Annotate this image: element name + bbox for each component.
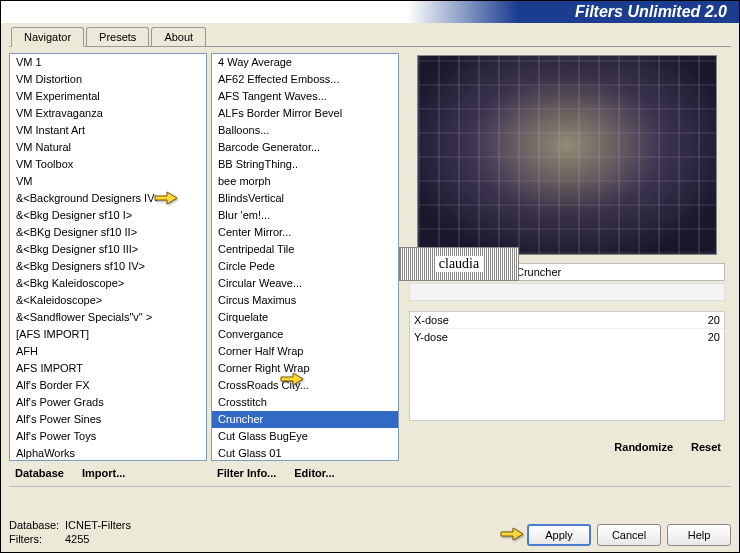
category-listbox[interactable]: VM 1VM DistortionVM ExperimentalVM Extra… xyxy=(9,53,207,461)
category-item[interactable]: Alf's Power Sines xyxy=(10,411,206,428)
watermark-text: claudia xyxy=(435,256,483,272)
import-button[interactable]: Import... xyxy=(76,465,131,481)
reset-button[interactable]: Reset xyxy=(685,439,727,455)
tab-presets[interactable]: Presets xyxy=(86,27,149,46)
filter-item[interactable]: Blur 'em!... xyxy=(212,207,398,224)
filter-item[interactable]: Balloons... xyxy=(212,122,398,139)
randomize-button[interactable]: Randomize xyxy=(608,439,679,455)
param-name: Y-dose xyxy=(414,331,448,343)
category-item[interactable]: AlphaWorks xyxy=(10,445,206,461)
filters-count-value: 4255 xyxy=(65,533,89,545)
filter-item[interactable]: AF62 Effected Emboss... xyxy=(212,71,398,88)
category-item[interactable]: [AFS IMPORT] xyxy=(10,326,206,343)
category-item[interactable]: &<Bkg Kaleidoscope> xyxy=(10,275,206,292)
filter-item[interactable]: Corner Half Wrap xyxy=(212,343,398,360)
filter-item[interactable]: AFS Tangent Waves... xyxy=(212,88,398,105)
filter-item[interactable]: Cut Glass 01 xyxy=(212,445,398,461)
database-button[interactable]: Database xyxy=(9,465,70,481)
category-item[interactable]: &<Bkg Designers sf10 IV> xyxy=(10,258,206,275)
filter-item[interactable]: BlindsVertical xyxy=(212,190,398,207)
category-item[interactable]: VM Toolbox xyxy=(10,156,206,173)
filter-item[interactable]: CrossRoads City... xyxy=(212,377,398,394)
dialog-buttons: Apply Cancel Help xyxy=(527,524,731,546)
filter-item[interactable]: BB StringThing.. xyxy=(212,156,398,173)
category-item[interactable]: AFS IMPORT xyxy=(10,360,206,377)
db-value: ICNET-Filters xyxy=(65,519,131,531)
category-item[interactable]: AFH xyxy=(10,343,206,360)
filter-item[interactable]: Centripedal Tile xyxy=(212,241,398,258)
category-column: VM 1VM DistortionVM ExperimentalVM Extra… xyxy=(9,53,207,484)
editor-button[interactable]: Editor... xyxy=(288,465,340,481)
param-name: X-dose xyxy=(414,314,449,326)
db-label: Database: xyxy=(9,518,65,532)
tab-navigator[interactable]: Navigator xyxy=(11,27,84,47)
filter-item[interactable]: Center Mirror... xyxy=(212,224,398,241)
status-info: Database:ICNET-Filters Filters:4255 xyxy=(9,518,131,546)
tab-content: VM 1VM DistortionVM ExperimentalVM Extra… xyxy=(9,46,731,484)
category-item[interactable]: &<Background Designers IV> xyxy=(10,190,206,207)
filter-item[interactable]: Circle Pede xyxy=(212,258,398,275)
category-item[interactable]: Alf's Power Toys xyxy=(10,428,206,445)
category-item[interactable]: VM 1 xyxy=(10,54,206,71)
category-item[interactable]: VM Extravaganza xyxy=(10,105,206,122)
category-item[interactable]: Alf's Border FX xyxy=(10,377,206,394)
watermark: claudia xyxy=(399,247,519,281)
parameter-panel: X-dose20Y-dose20 xyxy=(409,311,725,421)
param-row[interactable]: X-dose20 xyxy=(410,312,724,329)
category-item[interactable]: VM Instant Art xyxy=(10,122,206,139)
app-title: Filters Unlimited 2.0 xyxy=(575,3,727,21)
category-item[interactable]: &<Bkg Designer sf10 I> xyxy=(10,207,206,224)
filter-info-button[interactable]: Filter Info... xyxy=(211,465,282,481)
main-window: Filters Unlimited 2.0 Navigator Presets … xyxy=(0,0,740,553)
footer: Database:ICNET-Filters Filters:4255 Appl… xyxy=(9,518,731,546)
category-item[interactable]: VM Distortion xyxy=(10,71,206,88)
filter-item[interactable]: Crosstitch xyxy=(212,394,398,411)
filter-item[interactable]: 4 Way Average xyxy=(212,54,398,71)
param-value: 20 xyxy=(708,314,720,326)
filter-item[interactable]: Barcode Generator... xyxy=(212,139,398,156)
filter-item[interactable]: Cruncher xyxy=(212,411,398,428)
tab-about[interactable]: About xyxy=(151,27,206,46)
category-item[interactable]: &<Kaleidoscope> xyxy=(10,292,206,309)
titlebar: Filters Unlimited 2.0 xyxy=(1,1,739,23)
filter-listbox[interactable]: 4 Way AverageAF62 Effected Emboss...AFS … xyxy=(211,53,399,461)
preview-area xyxy=(417,55,717,255)
filter-item[interactable]: Circus Maximus xyxy=(212,292,398,309)
category-item[interactable]: &<Sandflower Specials"v" > xyxy=(10,309,206,326)
filter-column: 4 Way AverageAF62 Effected Emboss...AFS … xyxy=(211,53,399,484)
filters-count-label: Filters: xyxy=(9,532,65,546)
category-item[interactable]: VM xyxy=(10,173,206,190)
current-filter-label: Cruncher xyxy=(516,266,561,278)
param-row[interactable]: Y-dose20 xyxy=(410,329,724,345)
separator xyxy=(9,486,731,487)
parameter-list: X-dose20Y-dose20 xyxy=(409,311,725,421)
preview-image xyxy=(418,56,716,254)
filter-item[interactable]: Convergance xyxy=(212,326,398,343)
category-item[interactable]: &<Bkg Designer sf10 III> xyxy=(10,241,206,258)
category-item[interactable]: Alf's Power Grads xyxy=(10,394,206,411)
help-button[interactable]: Help xyxy=(667,524,731,546)
category-buttons: Database Import... xyxy=(9,465,207,481)
preview-buttons: Randomize Reset xyxy=(403,439,731,455)
filter-item[interactable]: Cut Glass BugEye xyxy=(212,428,398,445)
category-item[interactable]: &<BKg Designer sf10 II> xyxy=(10,224,206,241)
category-item[interactable]: VM Experimental xyxy=(10,88,206,105)
cancel-button[interactable]: Cancel xyxy=(597,524,661,546)
filter-item[interactable]: ALFs Border Mirror Bevel xyxy=(212,105,398,122)
tab-bar: Navigator Presets About xyxy=(11,27,739,46)
param-value: 20 xyxy=(708,331,720,343)
category-item[interactable]: VM Natural xyxy=(10,139,206,156)
progress-bar xyxy=(409,283,725,301)
filter-item[interactable]: Circular Weave... xyxy=(212,275,398,292)
filter-item[interactable]: bee morph xyxy=(212,173,398,190)
apply-button[interactable]: Apply xyxy=(527,524,591,546)
filter-item[interactable]: Corner Right Wrap xyxy=(212,360,398,377)
filter-item[interactable]: Cirquelate xyxy=(212,309,398,326)
filter-buttons: Filter Info... Editor... xyxy=(211,465,399,481)
